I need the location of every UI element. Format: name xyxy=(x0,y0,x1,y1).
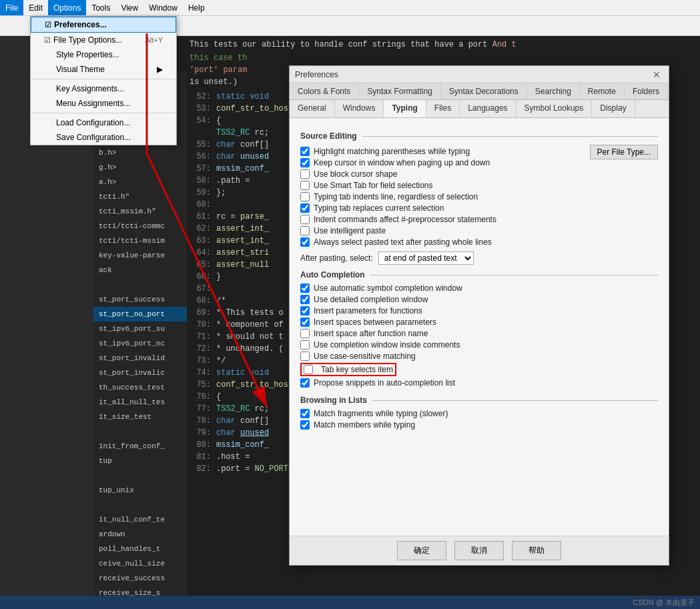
sidebar-item[interactable]: st_port_invalid xyxy=(93,351,187,366)
sidebar-item[interactable]: st_ipv6_port_su xyxy=(93,322,187,336)
cb-insert-params[interactable] xyxy=(300,306,310,316)
cb-completion-in-comments[interactable] xyxy=(300,340,310,350)
cb-case-sensitive[interactable] xyxy=(300,352,310,361)
sidebar: FIO_ g.> pes_ s.l> tol.h> b.h> g.h> a.h>… xyxy=(93,72,187,609)
tab-typing[interactable]: Typing xyxy=(384,100,426,117)
menu-tools[interactable]: Tools xyxy=(86,0,115,15)
tab-remote[interactable]: Remote xyxy=(580,83,625,99)
ok-button[interactable]: 确定 xyxy=(397,541,446,560)
cb-indent-preprocessor[interactable] xyxy=(300,215,310,224)
menu-view[interactable]: View xyxy=(115,0,143,15)
prefs-close-button[interactable]: ✕ xyxy=(650,69,663,80)
status-bar-right: CSDN @ 木由里子 xyxy=(633,598,695,608)
sidebar-item[interactable]: st_ipv6_port_nc xyxy=(93,336,187,351)
cb-keep-cursor[interactable] xyxy=(300,158,310,167)
menu-item-visual-theme[interactable]: Visual Theme ▶ xyxy=(31,62,176,77)
tab-general[interactable]: General xyxy=(290,100,335,117)
tab-display[interactable]: Display xyxy=(592,100,635,117)
menu-item-key-assignments[interactable]: Key Assignments... xyxy=(31,81,176,96)
sidebar-item[interactable]: tup_unix xyxy=(93,483,187,498)
menu-help[interactable]: Help xyxy=(183,0,210,15)
menu-item-filetype[interactable]: ☑ File Type Options... Alt+Y xyxy=(31,33,176,47)
sidebar-item[interactable]: it_size_test xyxy=(93,410,187,424)
menu-item-load-config[interactable]: Load Configuration... xyxy=(31,115,176,130)
cb-tab-key-selects[interactable] xyxy=(304,365,313,374)
menu-options[interactable]: Options xyxy=(48,0,86,15)
sidebar-item[interactable]: ardown xyxy=(93,527,187,542)
tab-syntax-formatting[interactable]: Syntax Formatting xyxy=(359,83,440,99)
label-insert-spaces: Insert spaces between parameters xyxy=(314,318,436,327)
tab-colors-fonts[interactable]: Colors & Fonts xyxy=(290,83,359,99)
per-file-type-button[interactable]: Per File Type... xyxy=(590,145,658,159)
label-match-members: Match members while typing xyxy=(314,420,415,430)
menu-item-menu-assignments[interactable]: Menu Assignments... xyxy=(31,96,176,111)
sidebar-item[interactable]: key-value-parse xyxy=(93,248,187,263)
sidebar-item[interactable]: g.h> xyxy=(93,160,187,175)
tab-folders[interactable]: Folders xyxy=(625,83,668,99)
cb-insert-spaces[interactable] xyxy=(300,318,310,327)
sidebar-item[interactable]: poll_handles_t xyxy=(93,542,187,556)
cb-block-cursor[interactable] xyxy=(300,169,310,179)
sidebar-item[interactable]: receive_success xyxy=(93,571,187,586)
sidebar-item[interactable] xyxy=(93,498,187,512)
checkbox-match-fragments: Match fragments while typing (slower) xyxy=(300,409,658,418)
tab-symbol-lookups[interactable]: Symbol Lookups xyxy=(516,100,593,117)
menu-file[interactable]: File xyxy=(0,0,23,15)
cb-match-fragments[interactable] xyxy=(300,409,310,418)
sidebar-item[interactable]: tcti/tcti-commc xyxy=(93,219,187,233)
checkbox-auto-symbol: Use automatic symbol completion window xyxy=(300,283,658,293)
sidebar-item[interactable]: it_all_null_tes xyxy=(93,395,187,410)
cb-tab-replaces[interactable] xyxy=(300,203,310,213)
menu-item-save-config[interactable]: Save Configuration... xyxy=(31,130,176,145)
checkbox-intelligent-paste: Use intelligent paste xyxy=(300,226,585,235)
prefs-title-bar: Preferences ✕ xyxy=(290,66,669,83)
sidebar-item[interactable]: ceive_null_size xyxy=(93,556,187,571)
menu-window[interactable]: Window xyxy=(143,0,183,15)
section-browsing: Browsing in Lists xyxy=(300,396,658,405)
sidebar-item[interactable]: init_from_conf_ xyxy=(93,439,187,454)
checkbox-insert-spaces: Insert spaces between parameters xyxy=(300,318,658,327)
sidebar-item[interactable]: th_success_test xyxy=(93,380,187,395)
sidebar-item[interactable] xyxy=(93,468,187,483)
cb-highlight-parens[interactable] xyxy=(300,147,310,156)
sidebar-item[interactable]: tcti/tcti-mssim xyxy=(93,233,187,248)
sidebar-item[interactable]: st_port_success xyxy=(93,292,187,307)
section-source-editing: Source Editing xyxy=(300,131,658,141)
sidebar-item[interactable] xyxy=(93,277,187,292)
sidebar-item[interactable]: it_null_conf_te xyxy=(93,512,187,527)
menu-item-preferences[interactable]: ☑ Preferences... xyxy=(31,17,176,33)
cb-propose-snippets[interactable] xyxy=(300,378,310,388)
cb-insert-space-fn[interactable] xyxy=(300,329,310,338)
label-keep-cursor: Keep cursor in window when paging up and… xyxy=(314,158,490,167)
tab-languages[interactable]: Languages xyxy=(460,100,516,117)
checkbox-keep-cursor: Keep cursor in window when paging up and… xyxy=(300,158,585,167)
cb-match-members[interactable] xyxy=(300,420,310,430)
sidebar-item[interactable]: tcti_mssim.h" xyxy=(93,204,187,219)
checkbox-insert-params: Insert parameters for functions xyxy=(300,306,658,316)
cancel-button[interactable]: 取消 xyxy=(454,541,504,560)
cb-tab-indents[interactable] xyxy=(300,192,310,201)
cb-always-select-pasted[interactable] xyxy=(300,237,310,247)
sidebar-item-selected[interactable]: st_port_no_port xyxy=(93,307,187,322)
tab-searching[interactable]: Searching xyxy=(527,83,580,99)
label-tab-indents: Typing tab indents line, regardless of s… xyxy=(314,192,478,201)
sidebar-item[interactable] xyxy=(93,424,187,439)
menu-item-style[interactable]: Style Properties... xyxy=(31,47,176,62)
sidebar-item[interactable]: tup xyxy=(93,454,187,468)
sidebar-item[interactable]: tcti.h" xyxy=(93,189,187,204)
tab-windows[interactable]: Windows xyxy=(335,100,384,117)
cb-intelligent-paste[interactable] xyxy=(300,226,310,235)
cb-smart-tab[interactable] xyxy=(300,181,310,190)
sidebar-item[interactable]: b.h> xyxy=(93,145,187,160)
tab-syntax-decorations[interactable]: Syntax Decorations xyxy=(441,83,527,99)
cb-detailed-completion[interactable] xyxy=(300,295,310,304)
sidebar-item[interactable]: a.h> xyxy=(93,175,187,189)
sidebar-item[interactable]: ack xyxy=(93,263,187,277)
tab-files[interactable]: Files xyxy=(426,100,460,117)
sidebar-item[interactable]: st_port_invalic xyxy=(93,366,187,380)
cb-auto-symbol[interactable] xyxy=(300,283,310,293)
after-pasting-select[interactable]: at end of pasted text at start of pasted… xyxy=(378,251,474,265)
menu-edit[interactable]: Edit xyxy=(23,0,48,15)
help-button[interactable]: 帮助 xyxy=(512,541,561,560)
checkbox-always-select-pasted: Always select pasted text after pasting … xyxy=(300,237,585,247)
